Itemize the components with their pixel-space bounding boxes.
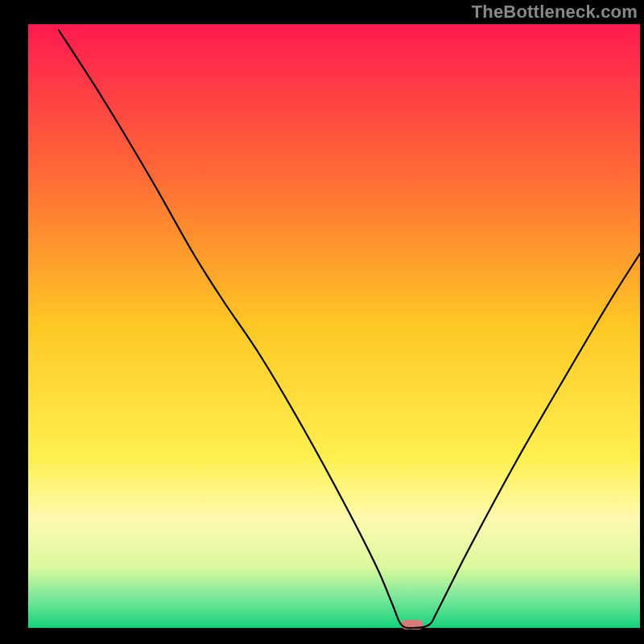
bottleneck-chart [0, 0, 644, 644]
chart-frame: TheBottleneck.com [0, 0, 644, 644]
chart-background [28, 24, 640, 628]
watermark-text: TheBottleneck.com [472, 2, 638, 23]
